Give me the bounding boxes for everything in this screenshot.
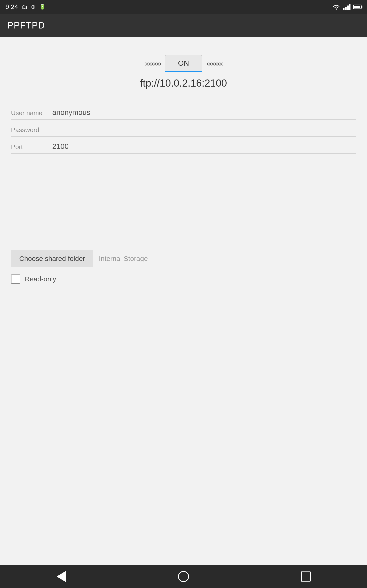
signal-icon: [343, 4, 350, 10]
bottom-section: Choose shared folder Internal Storage Re…: [7, 158, 360, 284]
form-section: User name Password Port: [7, 107, 360, 154]
toggle-section: »»»»» ON ««««« ftp://10.0.2.16:2100: [7, 55, 360, 89]
nav-bar: [0, 565, 367, 588]
readonly-label: Read-only: [25, 275, 56, 283]
home-button[interactable]: [174, 567, 193, 586]
readonly-checkbox[interactable]: [11, 275, 20, 284]
vpn-icon: ⊕: [31, 4, 35, 10]
username-input[interactable]: [52, 107, 356, 118]
main-content: »»»»» ON ««««« ftp://10.0.2.16:2100 User…: [0, 37, 367, 291]
wifi-icon: [332, 4, 340, 10]
port-field: Port: [11, 141, 356, 154]
battery-status-icon: 🔋: [39, 4, 45, 10]
password-input[interactable]: [52, 124, 356, 135]
svg-rect-2: [347, 6, 349, 10]
svg-rect-3: [349, 4, 350, 10]
arrows-left: »»»»»: [145, 59, 161, 68]
folder-path: Internal Storage: [99, 255, 148, 262]
port-input[interactable]: [52, 141, 356, 152]
port-label: Port: [11, 143, 52, 152]
toggle-row: »»»»» ON «««««: [145, 55, 222, 72]
username-label: User name: [11, 109, 52, 118]
status-bar-right: [332, 4, 361, 10]
ftp-url: ftp://10.0.2.16:2100: [140, 78, 227, 89]
app-bar: PPFTPD: [0, 14, 367, 37]
svg-rect-0: [343, 8, 344, 10]
back-icon: [57, 571, 66, 582]
arrows-right: «««««: [206, 59, 222, 68]
username-field: User name: [11, 107, 356, 120]
battery-icon: [353, 5, 361, 9]
svg-rect-1: [345, 7, 347, 10]
file-icon: 🗂: [22, 4, 27, 10]
status-bar-left: 9:24 🗂 ⊕ 🔋: [6, 3, 45, 10]
readonly-row: Read-only: [11, 275, 356, 284]
back-button[interactable]: [52, 567, 70, 586]
folder-row: Choose shared folder Internal Storage: [11, 250, 356, 267]
status-bar: 9:24 🗂 ⊕ 🔋: [0, 0, 367, 14]
recents-icon: [301, 571, 311, 582]
app-title: PPFTPD: [7, 20, 45, 31]
password-label: Password: [11, 126, 52, 135]
choose-folder-button[interactable]: Choose shared folder: [11, 250, 93, 267]
password-field: Password: [11, 124, 356, 137]
status-time: 9:24: [6, 3, 18, 10]
toggle-button[interactable]: ON: [165, 55, 202, 72]
recents-button[interactable]: [297, 567, 315, 586]
home-icon: [178, 571, 189, 582]
